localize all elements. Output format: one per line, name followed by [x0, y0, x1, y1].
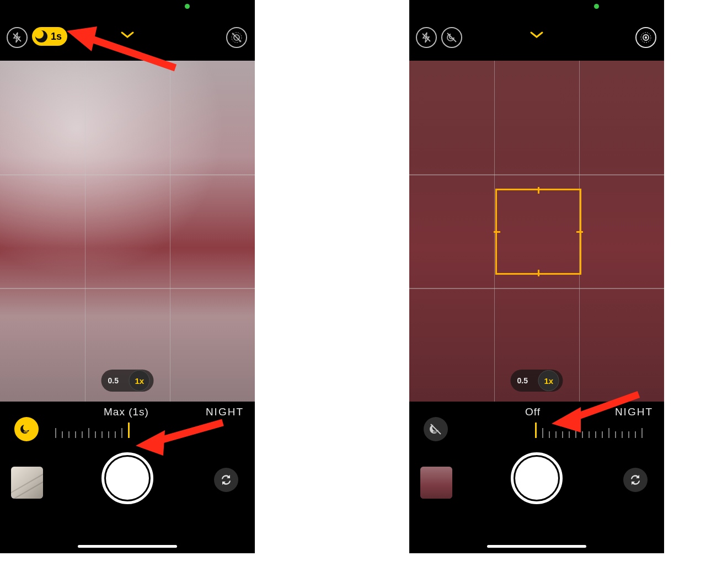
moon-icon — [19, 422, 34, 436]
home-indicator[interactable] — [487, 545, 586, 548]
zoom-switcher[interactable]: 0.5 1x — [511, 370, 563, 392]
moon-off-icon — [429, 422, 443, 436]
camera-topbar: 1s — [0, 23, 255, 50]
camera-active-dot — [185, 4, 190, 9]
viewfinder-image — [0, 61, 255, 402]
live-photo-off-icon[interactable] — [226, 27, 247, 48]
night-mode-toggle[interactable] — [424, 417, 448, 441]
night-mode-badge[interactable]: 1s — [32, 27, 67, 46]
camera-mode-label: NIGHT — [615, 406, 653, 418]
shutter-button[interactable] — [515, 457, 558, 500]
slider-marker — [128, 423, 130, 438]
last-photo-thumbnail[interactable] — [420, 467, 452, 499]
slider-marker — [535, 423, 537, 438]
moon-icon — [35, 30, 47, 42]
camera-bottom-controls: Off NIGHT — [409, 402, 664, 553]
live-photo-icon[interactable] — [635, 27, 656, 48]
phone-screenshot-left: 1s 0.5 1x — [0, 0, 255, 553]
zoom-1x-button[interactable]: 1x — [129, 370, 150, 391]
exposure-slider-label: Max (1s) — [104, 406, 149, 418]
flip-camera-button[interactable] — [214, 468, 238, 492]
home-indicator[interactable] — [78, 545, 177, 548]
camera-active-dot — [594, 4, 599, 9]
zoom-wide-button[interactable]: 0.5 — [105, 372, 121, 389]
flip-camera-icon — [219, 473, 233, 487]
flash-off-icon[interactable] — [7, 27, 28, 48]
phone-screenshot-right: 0.5 1x Off NIGHT — [409, 0, 664, 553]
exposure-slider-label: Off — [525, 406, 541, 418]
chevron-down-icon[interactable] — [120, 30, 135, 42]
flip-camera-icon — [628, 473, 643, 487]
exposure-slider[interactable] — [535, 425, 648, 438]
flip-camera-button[interactable] — [623, 468, 648, 492]
chevron-down-icon[interactable] — [529, 30, 544, 42]
zoom-wide-button[interactable]: 0.5 — [514, 372, 531, 389]
shutter-button[interactable] — [106, 457, 149, 500]
camera-viewfinder[interactable]: 0.5 1x — [0, 61, 255, 402]
night-mode-toggle[interactable] — [14, 417, 39, 441]
zoom-1x-button[interactable]: 1x — [538, 370, 559, 391]
night-badge-label: 1s — [51, 31, 62, 42]
exposure-slider[interactable] — [55, 425, 135, 438]
focus-box[interactable] — [495, 189, 581, 275]
camera-topbar — [409, 23, 664, 50]
zoom-switcher[interactable]: 0.5 1x — [101, 370, 154, 392]
camera-bottom-controls: Max (1s) NIGHT — [0, 402, 255, 553]
camera-viewfinder[interactable]: 0.5 1x — [409, 61, 664, 402]
camera-mode-label: NIGHT — [206, 406, 244, 418]
svg-point-7 — [645, 36, 647, 39]
last-photo-thumbnail[interactable] — [11, 467, 43, 499]
night-mode-off-icon[interactable] — [441, 27, 462, 48]
flash-off-icon[interactable] — [416, 27, 437, 48]
comparison-stage: 1s 0.5 1x — [0, 0, 706, 588]
